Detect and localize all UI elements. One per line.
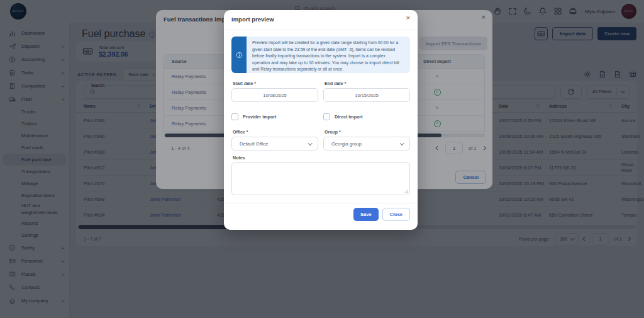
group-label: Group * xyxy=(325,130,341,134)
direct-import-checkbox[interactable]: Direct import xyxy=(323,113,363,120)
office-value: Default Office xyxy=(240,141,268,147)
close-icon[interactable]: × xyxy=(406,14,410,21)
direct-import-label: Direct import xyxy=(335,114,363,120)
close-button[interactable]: Close xyxy=(382,208,410,221)
provider-import-checkbox[interactable]: Provider import xyxy=(231,113,277,120)
group-value: Georgia group xyxy=(331,141,362,147)
modal-footer: Save Close xyxy=(353,208,410,221)
checkbox-icon[interactable] xyxy=(323,113,330,120)
group-select[interactable]: Georgia group xyxy=(323,137,410,150)
office-select[interactable]: Default Office xyxy=(231,137,318,150)
import-preview-modal: Import preview × Preview import will be … xyxy=(224,10,418,230)
notes-textarea[interactable] xyxy=(231,162,410,195)
checkbox-icon[interactable] xyxy=(231,113,238,120)
app-window: ACCURO Quick search Mylo Kajnaco ACCURO … xyxy=(0,0,644,318)
info-banner: Preview import will be created for a giv… xyxy=(231,37,410,73)
save-label: Save xyxy=(360,212,372,217)
info-text: Preview import will be created for a giv… xyxy=(247,37,410,73)
office-label: Office * xyxy=(233,130,248,134)
notes-label: Notes xyxy=(233,156,245,160)
provider-import-label: Provider import xyxy=(243,114,277,120)
start-date-label: Start date * xyxy=(233,81,256,86)
end-date-value: 10/15/2025 xyxy=(355,93,379,98)
modal-title: Import preview xyxy=(231,16,274,23)
end-date-input[interactable]: 10/15/2025 xyxy=(323,88,410,102)
save-button[interactable]: Save xyxy=(353,208,379,221)
chevron-down-icon xyxy=(308,141,312,145)
info-icon xyxy=(231,37,247,73)
chevron-down-icon xyxy=(400,141,404,145)
close-label: Close xyxy=(390,212,402,217)
divider xyxy=(224,203,418,203)
divider xyxy=(224,30,418,30)
start-date-value: 10/08/2025 xyxy=(263,93,287,98)
start-date-input[interactable]: 10/08/2025 xyxy=(231,88,318,102)
end-date-label: End date * xyxy=(325,81,346,86)
